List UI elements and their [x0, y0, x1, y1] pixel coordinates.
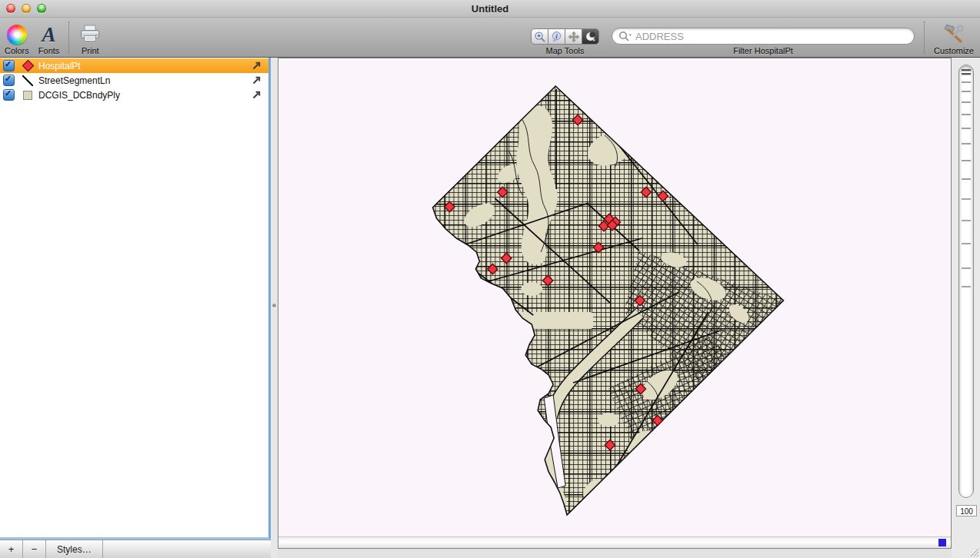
colors-label: Colors — [5, 46, 29, 55]
move-arrows-icon — [568, 31, 580, 43]
zoom-tool-button[interactable] — [531, 28, 548, 45]
printer-icon — [78, 25, 102, 45]
map-tools-segmented-control: i — [531, 28, 599, 45]
layer-name: DCGIS_DCBndyPly — [38, 90, 252, 101]
color-wheel-icon — [7, 25, 27, 45]
layer-name: StreetSegmentLn — [38, 75, 252, 86]
zoom-to-layer-icon — [252, 61, 262, 71]
polygon-swatch-icon — [23, 91, 32, 100]
select-cursor-icon — [585, 31, 597, 43]
layer-list[interactable]: HospitalPtStreetSegmentLnDCGIS_DCBndyPly — [0, 58, 271, 540]
print-button[interactable]: Print — [78, 25, 102, 55]
layer-visibility-checkbox[interactable] — [3, 89, 15, 101]
filter-input[interactable] — [632, 31, 908, 42]
layer-action-arrow[interactable] — [252, 90, 262, 100]
layer-visibility-checkbox[interactable] — [3, 60, 15, 71]
toolbar-separator — [68, 22, 69, 54]
fonts-button[interactable]: A Fonts — [38, 25, 60, 55]
toolbar: Colors A Fonts Print — [0, 18, 980, 58]
customize-button[interactable]: Customize — [934, 25, 974, 55]
slider-ticks — [962, 82, 971, 287]
minimize-button[interactable] — [22, 4, 31, 13]
splitter-handle[interactable] — [271, 58, 278, 558]
map-canvas[interactable] — [278, 58, 951, 536]
pan-tool-button[interactable] — [565, 28, 582, 45]
close-button[interactable] — [6, 4, 15, 13]
title-bar[interactable]: Untitled — [0, 0, 980, 18]
zoom-to-layer-icon — [252, 75, 262, 85]
add-layer-button[interactable]: + — [0, 540, 23, 558]
horizontal-scrollbar[interactable] — [278, 536, 951, 548]
fonts-label: Fonts — [38, 46, 60, 55]
zoom-scale-slider[interactable] — [958, 65, 974, 498]
layer-row-DCGIS_DCBndyPly[interactable]: DCGIS_DCBndyPly — [0, 88, 268, 102]
fonts-icon: A — [42, 25, 56, 45]
filter-search-field[interactable] — [612, 28, 915, 45]
slider-thumb[interactable] — [962, 73, 971, 75]
window-controls — [6, 4, 46, 13]
remove-layer-button[interactable]: − — [23, 540, 46, 558]
zoom-button[interactable] — [37, 4, 46, 13]
info-bubble-icon: i — [551, 31, 563, 43]
map-tools-label: Map Tools — [546, 46, 585, 55]
toolbar-separator — [924, 22, 925, 54]
layer-sidebar: HospitalPtStreetSegmentLnDCGIS_DCBndyPly… — [0, 58, 271, 558]
map-tools-group: i — [531, 28, 599, 55]
layer-row-StreetSegmentLn[interactable]: StreetSegmentLn — [0, 73, 268, 88]
scrollbar-thumb[interactable] — [938, 539, 946, 546]
map-area — [278, 58, 952, 549]
window-title: Untitled — [472, 3, 508, 15]
layer-action-arrow[interactable] — [252, 61, 262, 71]
scale-value-field[interactable]: 100 — [956, 505, 977, 516]
layer-visibility-checkbox[interactable] — [3, 75, 15, 86]
diamond-swatch-icon — [22, 60, 34, 72]
layer-name: HospitalPt — [38, 61, 252, 71]
magnifier-plus-icon — [534, 31, 546, 43]
select-tool-button[interactable] — [582, 28, 599, 45]
layer-action-bar: + − Styles… — [0, 540, 271, 558]
colors-button[interactable]: Colors — [5, 25, 29, 55]
customize-label: Customize — [934, 46, 974, 55]
zoom-to-layer-icon — [252, 90, 262, 100]
slider-thumb[interactable] — [962, 69, 971, 71]
scale-panel: 100 — [952, 58, 980, 558]
info-tool-button[interactable]: i — [548, 28, 565, 45]
line-swatch-icon — [22, 75, 33, 86]
search-icon — [618, 31, 632, 42]
resize-grip[interactable] — [967, 545, 979, 557]
layer-action-arrow[interactable] — [252, 75, 262, 85]
styles-button[interactable]: Styles… — [46, 540, 103, 558]
filter-group: Filter HospitalPt — [612, 28, 915, 55]
layer-row-HospitalPt[interactable]: HospitalPt — [0, 58, 268, 73]
tools-icon — [943, 25, 965, 45]
map-viewport — [278, 58, 951, 536]
filter-label: Filter HospitalPt — [733, 46, 793, 55]
print-label: Print — [82, 46, 99, 55]
app-window: Untitled Colors A Fonts Print — [0, 0, 980, 558]
